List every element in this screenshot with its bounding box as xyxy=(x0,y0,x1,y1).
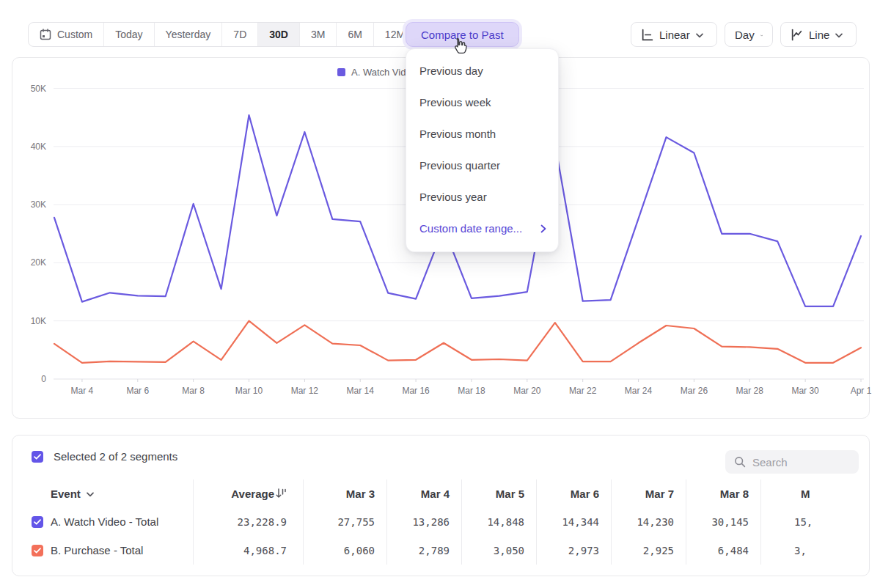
segments-summary-label: Selected 2 of 2 segments xyxy=(54,450,177,463)
y-axis-label: 10K xyxy=(17,316,46,326)
y-axis-label: 30K xyxy=(17,199,46,210)
calendar-icon xyxy=(40,29,51,40)
view-button-label: Linear xyxy=(659,29,690,41)
menu-item-custom-date-range[interactable]: Custom date range... xyxy=(406,213,558,244)
event-cell: A. Watch Video - Total xyxy=(21,507,193,536)
day-dropdown-button[interactable]: Day xyxy=(725,22,773,47)
cursor-pointer-icon xyxy=(451,37,469,57)
x-axis-label: Mar 12 xyxy=(291,386,318,396)
range-button-today[interactable]: Today xyxy=(104,23,154,46)
linear-dropdown-button[interactable]: Linear xyxy=(631,22,717,47)
table-row: A. Watch Video - Total23,228.927,75513,2… xyxy=(21,507,812,536)
value-cell: 27,755 xyxy=(303,507,386,536)
value-cell: 6,060 xyxy=(303,536,386,565)
menu-item-previous-month[interactable]: Previous month xyxy=(406,118,558,150)
chevron-down-icon xyxy=(835,33,843,38)
value-cell: 2,973 xyxy=(536,536,611,565)
menu-item-label: Previous month xyxy=(419,128,496,140)
y-axis-label: 40K xyxy=(17,142,46,152)
range-button-6m[interactable]: 6M xyxy=(337,23,373,46)
date-column-header: Mar 5 xyxy=(461,479,536,507)
range-button-7d[interactable]: 7D xyxy=(222,23,258,46)
table-viewport: EventAverage Mar 3Mar 4Mar 5Mar 6Mar 7Ma… xyxy=(21,479,812,566)
x-axis-label: Mar 6 xyxy=(126,386,149,396)
value-cell: 14,230 xyxy=(611,507,686,536)
range-button-label: Custom xyxy=(57,29,92,40)
range-button-label: 7D xyxy=(233,29,246,40)
date-column-header: Mar 7 xyxy=(611,479,686,507)
value-cell: 14,848 xyxy=(461,507,536,536)
range-button-custom[interactable]: Custom xyxy=(29,23,104,46)
value-cell: 2,789 xyxy=(386,536,461,565)
compare-to-past-menu: Previous dayPrevious weekPrevious monthP… xyxy=(406,48,559,252)
clipped-value-cell: 15, xyxy=(760,507,812,536)
date-column-header: Mar 6 xyxy=(536,479,611,507)
sort-descending-icon xyxy=(276,488,287,499)
y-axis-label: 50K xyxy=(17,84,46,94)
menu-item-label: Previous year xyxy=(419,191,487,203)
row-label: B. Purchase - Total xyxy=(51,544,143,556)
line-dropdown-button[interactable]: Line xyxy=(780,22,857,47)
y-axis-label: 0 xyxy=(17,374,46,384)
menu-item-previous-week[interactable]: Previous week xyxy=(406,87,558,118)
menu-item-label: Previous day xyxy=(419,65,483,77)
search-input[interactable] xyxy=(752,456,840,468)
event-header-label: Event xyxy=(51,488,81,500)
average-column-header[interactable]: Average xyxy=(193,479,303,507)
date-range-selector: CustomTodayYesterday7D30D3M6M12M xyxy=(28,22,417,47)
x-axis-label: Mar 10 xyxy=(235,386,263,396)
range-button-label: 6M xyxy=(348,29,362,40)
clipped-value-cell: 3, xyxy=(760,536,812,565)
menu-item-label: Custom date range... xyxy=(419,222,522,235)
date-column-header: Mar 4 xyxy=(386,479,461,507)
average-value: 23,228.9 xyxy=(193,507,303,536)
x-axis-label: Mar 20 xyxy=(513,386,540,396)
row-checkbox[interactable] xyxy=(32,545,43,556)
chart-legend: A. Watch Video xyxy=(337,67,417,78)
event-cell: B. Purchase - Total xyxy=(21,536,193,565)
menu-item-previous-quarter[interactable]: Previous quarter xyxy=(406,150,558,181)
x-axis-label: Mar 30 xyxy=(791,386,818,396)
value-cell: 14,344 xyxy=(536,507,611,536)
chevron-right-icon xyxy=(540,224,546,233)
menu-item-label: Previous week xyxy=(419,96,491,109)
range-button-3m[interactable]: 3M xyxy=(300,23,337,46)
clipped-column-header: M xyxy=(760,479,812,507)
insights-report-page: CustomTodayYesterday7D30D3M6M12M Compare… xyxy=(0,0,880,588)
table-search xyxy=(725,450,859,474)
menu-item-previous-year[interactable]: Previous year xyxy=(406,181,558,213)
range-button-label: Today xyxy=(115,29,142,40)
menu-item-previous-day[interactable]: Previous day xyxy=(406,55,558,87)
value-cell: 3,050 xyxy=(461,536,536,565)
range-button-label: 3M xyxy=(311,29,325,40)
search-icon xyxy=(734,456,746,468)
segments-table-card: Selected 2 of 2 segments EventAverage Ma… xyxy=(12,435,870,576)
range-button-yesterday[interactable]: Yesterday xyxy=(155,23,223,46)
range-button-label: 30D xyxy=(269,29,288,40)
chevron-down-icon xyxy=(696,33,703,38)
x-axis-label: Mar 8 xyxy=(182,386,205,396)
linear-scale-icon xyxy=(641,29,653,41)
select-all-checkbox[interactable] xyxy=(32,451,43,463)
event-column-header[interactable]: Event xyxy=(21,479,193,507)
average-header-label: Average xyxy=(231,488,274,500)
view-button-label: Day xyxy=(735,29,755,41)
x-axis-label: Mar 18 xyxy=(458,386,485,396)
average-value: 4,968.7 xyxy=(193,536,303,565)
row-checkbox[interactable] xyxy=(32,516,43,528)
value-cell: 6,484 xyxy=(686,536,760,565)
x-axis-label: Mar 24 xyxy=(625,386,652,396)
view-button-label: Line xyxy=(809,29,829,41)
menu-item-label: Previous quarter xyxy=(419,159,500,172)
value-cell: 30,145 xyxy=(686,507,760,536)
date-column-header: Mar 3 xyxy=(303,479,386,507)
value-cell: 13,286 xyxy=(386,507,461,536)
series-line-b-purchase xyxy=(54,321,861,363)
x-axis-label: Mar 22 xyxy=(569,386,596,396)
table-header-row: EventAverage Mar 3Mar 4Mar 5Mar 6Mar 7Ma… xyxy=(21,479,812,507)
range-button-30d[interactable]: 30D xyxy=(258,23,300,46)
legend-swatch-watch-video xyxy=(337,68,345,76)
x-axis-label: Mar 14 xyxy=(347,386,374,396)
x-axis-label: Mar 16 xyxy=(402,386,429,396)
range-button-label: 12M xyxy=(385,29,405,40)
